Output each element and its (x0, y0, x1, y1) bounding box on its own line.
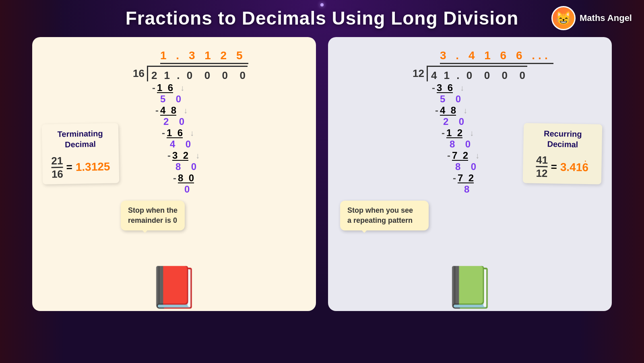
step3: - 1 6 ↓ 4 0 (162, 127, 304, 150)
step4: - 3 2 ↓ 8 0 (167, 150, 304, 172)
left-equals: = (66, 161, 72, 173)
left-divisor: 16 (133, 67, 144, 80)
left-card: Terminating Decimal 21 16 = 1.3125 1 . 3… (32, 37, 316, 311)
left-book-character: 📕 (149, 263, 199, 311)
right-fraction: 41 12 (536, 155, 548, 178)
right-step1: - 3 6 ↓ 5 0 (432, 82, 600, 105)
left-bracket: 2 1 . 0 0 0 0 (147, 66, 248, 81)
step2: - 4 8 ↓ 2 0 (155, 105, 304, 127)
right-equals: = (551, 161, 557, 173)
right-card: 3 . 4 1 6 6 ... 12 4 1 . 0 0 0 0 - 3 6 ↓ (328, 37, 612, 311)
right-type-label: Recurring Decimal (530, 128, 596, 150)
left-sticky-note: Terminating Decimal 21 16 = 1.3125 (42, 123, 120, 184)
page-title: Fractions to Decimals Using Long Divisio… (0, 7, 644, 29)
left-quotient: 1 . 3 1 2 5 (160, 49, 248, 64)
right-book-character: 📗 (445, 263, 495, 311)
top-dot-decoration (320, 3, 324, 6)
left-type-label: Terminating Decimal (48, 128, 112, 150)
right-result: 3.416· (560, 160, 589, 174)
step5: - 8 0 0 (173, 172, 304, 195)
right-speech-bubble: Stop when you seea repeating pattern (340, 201, 429, 230)
logo-text: Maths Angel (580, 13, 632, 23)
right-bubble-text: Stop when you seea repeating pattern (347, 206, 413, 224)
right-quotient: 3 . 4 1 6 6 ... (440, 49, 553, 64)
logo: 😸 Maths Angel (551, 6, 632, 30)
step1: - 1 6 ↓ 5 0 (152, 82, 304, 105)
left-bubble-text: Stop when theremainder is 0 (128, 206, 178, 224)
left-result: 1.3125 (76, 160, 110, 173)
right-dividend: 4 1 . 0 0 0 0 (431, 69, 527, 81)
left-dividend: 2 1 . 0 0 0 0 (151, 69, 248, 81)
logo-icon: 😸 (551, 6, 576, 30)
right-sticky-note: Recurring Decimal 41 12 = 3.416· (523, 123, 603, 184)
left-fraction: 21 16 (51, 156, 63, 179)
right-divisor: 12 (413, 67, 424, 80)
right-bracket: 4 1 . 0 0 0 0 (427, 66, 527, 81)
left-division: 1 . 3 1 2 5 16 2 1 . 0 0 0 0 - 1 6 ↓ 5 0 (133, 49, 304, 195)
main-content: Terminating Decimal 21 16 = 1.3125 1 . 3… (0, 37, 644, 311)
left-speech-bubble: Stop when theremainder is 0 (121, 201, 185, 230)
